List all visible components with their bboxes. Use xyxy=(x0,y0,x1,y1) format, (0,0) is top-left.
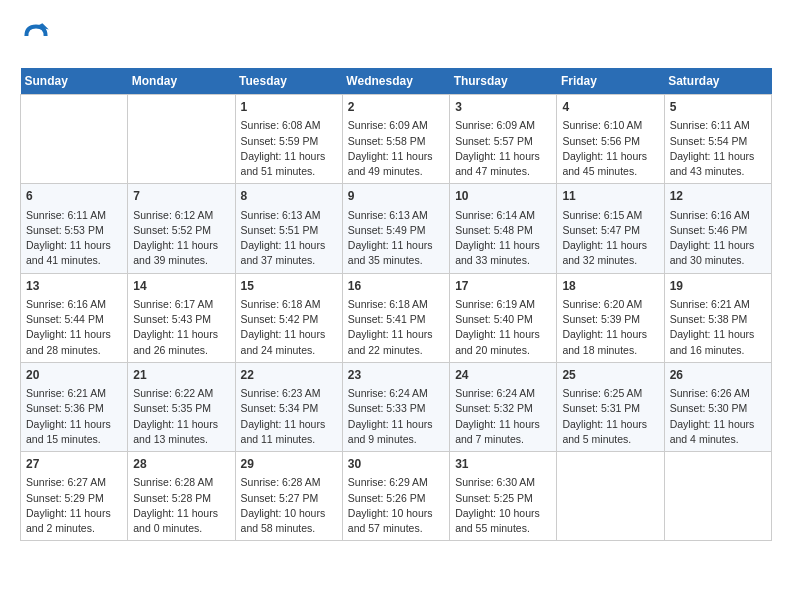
daylight-text: Daylight: 11 hours and 43 minutes. xyxy=(670,149,766,179)
weekday-header-sunday: Sunday xyxy=(21,68,128,95)
daylight-text: Daylight: 11 hours and 24 minutes. xyxy=(241,327,337,357)
sunset-text: Sunset: 5:51 PM xyxy=(241,223,337,238)
calendar-cell: 17 Sunrise: 6:19 AM Sunset: 5:40 PM Dayl… xyxy=(450,273,557,362)
daylight-text: Daylight: 11 hours and 5 minutes. xyxy=(562,417,658,447)
calendar-cell: 19 Sunrise: 6:21 AM Sunset: 5:38 PM Dayl… xyxy=(664,273,771,362)
sunrise-text: Sunrise: 6:24 AM xyxy=(348,386,444,401)
calendar-cell: 13 Sunrise: 6:16 AM Sunset: 5:44 PM Dayl… xyxy=(21,273,128,362)
day-number: 13 xyxy=(26,278,122,295)
calendar-cell xyxy=(664,452,771,541)
sunrise-text: Sunrise: 6:08 AM xyxy=(241,118,337,133)
sunrise-text: Sunrise: 6:16 AM xyxy=(26,297,122,312)
calendar-cell: 22 Sunrise: 6:23 AM Sunset: 5:34 PM Dayl… xyxy=(235,362,342,451)
sunset-text: Sunset: 5:52 PM xyxy=(133,223,229,238)
daylight-text: Daylight: 11 hours and 4 minutes. xyxy=(670,417,766,447)
page-header xyxy=(20,20,772,52)
day-number: 27 xyxy=(26,456,122,473)
weekday-header-monday: Monday xyxy=(128,68,235,95)
calendar-cell: 2 Sunrise: 6:09 AM Sunset: 5:58 PM Dayli… xyxy=(342,95,449,184)
sunrise-text: Sunrise: 6:25 AM xyxy=(562,386,658,401)
logo xyxy=(20,20,56,52)
calendar-cell: 28 Sunrise: 6:28 AM Sunset: 5:28 PM Dayl… xyxy=(128,452,235,541)
day-number: 22 xyxy=(241,367,337,384)
daylight-text: Daylight: 11 hours and 32 minutes. xyxy=(562,238,658,268)
sunrise-text: Sunrise: 6:29 AM xyxy=(348,475,444,490)
daylight-text: Daylight: 10 hours and 57 minutes. xyxy=(348,506,444,536)
calendar-week-4: 20 Sunrise: 6:21 AM Sunset: 5:36 PM Dayl… xyxy=(21,362,772,451)
day-number: 8 xyxy=(241,188,337,205)
calendar-cell: 3 Sunrise: 6:09 AM Sunset: 5:57 PM Dayli… xyxy=(450,95,557,184)
daylight-text: Daylight: 11 hours and 26 minutes. xyxy=(133,327,229,357)
weekday-header-row: SundayMondayTuesdayWednesdayThursdayFrid… xyxy=(21,68,772,95)
sunrise-text: Sunrise: 6:28 AM xyxy=(133,475,229,490)
day-number: 20 xyxy=(26,367,122,384)
calendar-cell: 5 Sunrise: 6:11 AM Sunset: 5:54 PM Dayli… xyxy=(664,95,771,184)
calendar-week-2: 6 Sunrise: 6:11 AM Sunset: 5:53 PM Dayli… xyxy=(21,184,772,273)
day-number: 11 xyxy=(562,188,658,205)
calendar-cell: 8 Sunrise: 6:13 AM Sunset: 5:51 PM Dayli… xyxy=(235,184,342,273)
sunrise-text: Sunrise: 6:24 AM xyxy=(455,386,551,401)
sunrise-text: Sunrise: 6:22 AM xyxy=(133,386,229,401)
calendar-cell: 7 Sunrise: 6:12 AM Sunset: 5:52 PM Dayli… xyxy=(128,184,235,273)
calendar-week-5: 27 Sunrise: 6:27 AM Sunset: 5:29 PM Dayl… xyxy=(21,452,772,541)
daylight-text: Daylight: 11 hours and 30 minutes. xyxy=(670,238,766,268)
calendar-cell: 10 Sunrise: 6:14 AM Sunset: 5:48 PM Dayl… xyxy=(450,184,557,273)
calendar-cell: 25 Sunrise: 6:25 AM Sunset: 5:31 PM Dayl… xyxy=(557,362,664,451)
sunrise-text: Sunrise: 6:20 AM xyxy=(562,297,658,312)
sunset-text: Sunset: 5:44 PM xyxy=(26,312,122,327)
sunset-text: Sunset: 5:35 PM xyxy=(133,401,229,416)
calendar-cell: 30 Sunrise: 6:29 AM Sunset: 5:26 PM Dayl… xyxy=(342,452,449,541)
day-number: 4 xyxy=(562,99,658,116)
calendar-cell: 14 Sunrise: 6:17 AM Sunset: 5:43 PM Dayl… xyxy=(128,273,235,362)
sunrise-text: Sunrise: 6:15 AM xyxy=(562,208,658,223)
daylight-text: Daylight: 11 hours and 45 minutes. xyxy=(562,149,658,179)
daylight-text: Daylight: 11 hours and 2 minutes. xyxy=(26,506,122,536)
sunrise-text: Sunrise: 6:16 AM xyxy=(670,208,766,223)
day-number: 29 xyxy=(241,456,337,473)
sunset-text: Sunset: 5:30 PM xyxy=(670,401,766,416)
sunrise-text: Sunrise: 6:26 AM xyxy=(670,386,766,401)
daylight-text: Daylight: 10 hours and 58 minutes. xyxy=(241,506,337,536)
calendar-cell: 1 Sunrise: 6:08 AM Sunset: 5:59 PM Dayli… xyxy=(235,95,342,184)
daylight-text: Daylight: 11 hours and 37 minutes. xyxy=(241,238,337,268)
weekday-header-wednesday: Wednesday xyxy=(342,68,449,95)
sunrise-text: Sunrise: 6:18 AM xyxy=(241,297,337,312)
calendar-cell: 11 Sunrise: 6:15 AM Sunset: 5:47 PM Dayl… xyxy=(557,184,664,273)
sunset-text: Sunset: 5:56 PM xyxy=(562,134,658,149)
day-number: 31 xyxy=(455,456,551,473)
sunset-text: Sunset: 5:33 PM xyxy=(348,401,444,416)
daylight-text: Daylight: 11 hours and 47 minutes. xyxy=(455,149,551,179)
daylight-text: Daylight: 11 hours and 35 minutes. xyxy=(348,238,444,268)
calendar-cell: 15 Sunrise: 6:18 AM Sunset: 5:42 PM Dayl… xyxy=(235,273,342,362)
sunrise-text: Sunrise: 6:13 AM xyxy=(241,208,337,223)
daylight-text: Daylight: 11 hours and 33 minutes. xyxy=(455,238,551,268)
daylight-text: Daylight: 11 hours and 22 minutes. xyxy=(348,327,444,357)
sunrise-text: Sunrise: 6:19 AM xyxy=(455,297,551,312)
calendar-cell: 18 Sunrise: 6:20 AM Sunset: 5:39 PM Dayl… xyxy=(557,273,664,362)
sunrise-text: Sunrise: 6:09 AM xyxy=(348,118,444,133)
sunset-text: Sunset: 5:36 PM xyxy=(26,401,122,416)
calendar-cell: 20 Sunrise: 6:21 AM Sunset: 5:36 PM Dayl… xyxy=(21,362,128,451)
sunset-text: Sunset: 5:47 PM xyxy=(562,223,658,238)
sunrise-text: Sunrise: 6:30 AM xyxy=(455,475,551,490)
calendar-cell: 29 Sunrise: 6:28 AM Sunset: 5:27 PM Dayl… xyxy=(235,452,342,541)
daylight-text: Daylight: 11 hours and 9 minutes. xyxy=(348,417,444,447)
weekday-header-thursday: Thursday xyxy=(450,68,557,95)
calendar-cell xyxy=(557,452,664,541)
calendar-cell: 6 Sunrise: 6:11 AM Sunset: 5:53 PM Dayli… xyxy=(21,184,128,273)
sunrise-text: Sunrise: 6:21 AM xyxy=(26,386,122,401)
day-number: 21 xyxy=(133,367,229,384)
sunset-text: Sunset: 5:34 PM xyxy=(241,401,337,416)
day-number: 7 xyxy=(133,188,229,205)
sunrise-text: Sunrise: 6:27 AM xyxy=(26,475,122,490)
sunset-text: Sunset: 5:53 PM xyxy=(26,223,122,238)
day-number: 5 xyxy=(670,99,766,116)
day-number: 25 xyxy=(562,367,658,384)
day-number: 6 xyxy=(26,188,122,205)
calendar-cell: 27 Sunrise: 6:27 AM Sunset: 5:29 PM Dayl… xyxy=(21,452,128,541)
daylight-text: Daylight: 11 hours and 13 minutes. xyxy=(133,417,229,447)
sunset-text: Sunset: 5:39 PM xyxy=(562,312,658,327)
daylight-text: Daylight: 11 hours and 18 minutes. xyxy=(562,327,658,357)
sunset-text: Sunset: 5:27 PM xyxy=(241,491,337,506)
daylight-text: Daylight: 10 hours and 55 minutes. xyxy=(455,506,551,536)
